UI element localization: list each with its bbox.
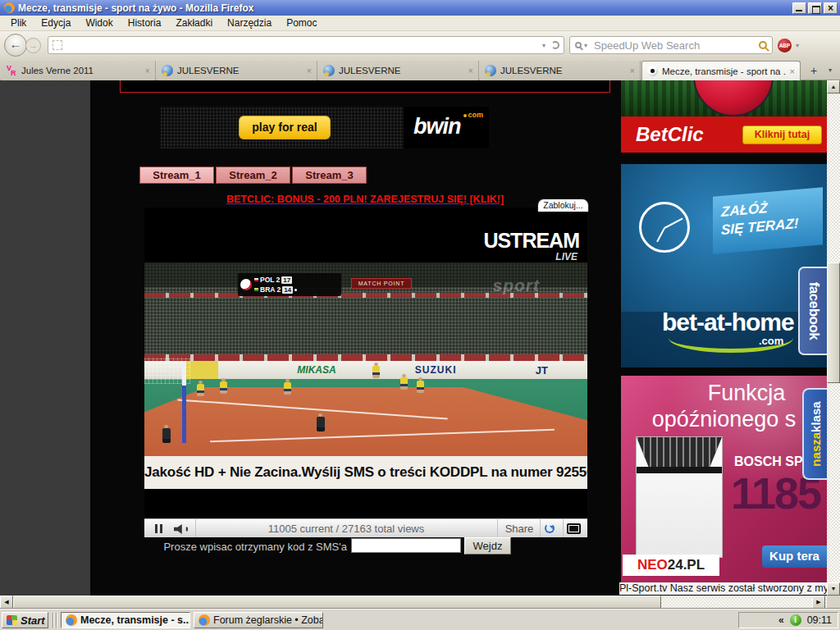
sms-submit-button[interactable]: Wejdz (464, 537, 511, 555)
tab-julesverne-3[interactable]: JULESVERNE (480, 61, 641, 80)
stream-tab-1[interactable]: Stream_1 (139, 167, 214, 184)
search-go-icon[interactable] (759, 41, 767, 49)
vertical-scrollbar[interactable] (827, 80, 840, 596)
window-titlebar: Mecze, transmisje - sport na żywo - Mozi… (0, 0, 840, 16)
menu-edycja[interactable]: Edycja (34, 16, 78, 30)
player-figure (284, 382, 291, 395)
neo24-ad[interactable]: Funkcja opóźnionego s BOSCH SPV 1185 Kup… (621, 376, 827, 582)
scroll-down-icon[interactable] (827, 582, 840, 596)
taskbar-divider (56, 613, 57, 628)
bet-at-home-tld: .com (759, 335, 783, 347)
scroll-right-icon[interactable] (812, 596, 825, 609)
menu-narzedzia[interactable]: Narzędzia (220, 16, 279, 30)
facebook-side-tab[interactable]: facebook (798, 267, 827, 355)
horizontal-scroll-thumb[interactable] (13, 596, 661, 609)
new-tab-button[interactable] (805, 63, 823, 79)
net-pole (182, 361, 186, 443)
back-button[interactable] (4, 34, 27, 57)
bet-at-home-ad[interactable]: ZAŁÓŻ SIĘ TERAZ! bet-at-home .com (621, 164, 827, 368)
tab-close-icon[interactable] (145, 66, 150, 75)
menu-widok[interactable]: Widok (78, 16, 120, 30)
horizontal-scrollbar[interactable] (0, 596, 840, 609)
stream-tab-2[interactable]: Stream_2 (216, 167, 290, 184)
score-overlay: POL 2 17 BRA 2 14 (238, 273, 341, 296)
search-engine-dropdown-icon[interactable] (582, 42, 590, 49)
volleyball-court (144, 387, 587, 456)
globe-favicon-icon (323, 65, 335, 76)
menu-historia[interactable]: Historia (121, 16, 169, 30)
share-button[interactable]: Share (500, 523, 538, 535)
betclic-ad[interactable]: BetClic Kliknij tutaj (621, 80, 827, 153)
page-left-margin (0, 80, 90, 596)
menu-zakladki[interactable]: Zakładki (168, 16, 220, 30)
bet-at-home-cta: ZAŁÓŻ SIĘ TERAZ! (713, 187, 823, 254)
scroll-left-icon[interactable] (0, 596, 13, 609)
block-flash-button[interactable]: Zablokuj... (537, 199, 589, 212)
tray-expand-icon[interactable] (778, 614, 784, 626)
restore-button[interactable] (808, 2, 822, 14)
divider (195, 519, 196, 537)
horizontal-scroll-track[interactable] (0, 596, 827, 609)
pause-icon[interactable] (155, 524, 158, 533)
sms-code-input[interactable] (351, 538, 461, 553)
search-input[interactable] (590, 39, 759, 52)
menu-plik[interactable]: Plik (3, 16, 34, 30)
sms-code-label: Prosze wpisac otrzymany kod z SMS'a (131, 541, 347, 553)
bwin-ad-banner[interactable]: play for real bwin com (161, 107, 489, 148)
match-point-badge: MATCH POINT (351, 278, 412, 289)
tab-mecze-transmisje[interactable]: Mecze, transmisje - sport na ... (641, 61, 801, 80)
close-button[interactable] (824, 2, 838, 14)
scroll-up-icon[interactable] (827, 80, 840, 94)
video-player: USTREAM LIVE POL 2 17 (144, 208, 587, 537)
score-row-bra: BRA 2 14 (254, 285, 339, 294)
bwin-cta-button[interactable]: play for real (239, 116, 331, 139)
broadcaster-watermark: sport (493, 276, 541, 295)
list-all-tabs-icon[interactable] (829, 66, 832, 74)
menu-pomoc[interactable]: Pomoc (279, 16, 324, 30)
scrollbar-corner (827, 596, 840, 609)
referee-figure (317, 417, 325, 431)
forward-button[interactable] (25, 38, 41, 53)
taskbar-item-forum[interactable]: Forum żeglarskie • Zobac... (194, 612, 323, 628)
home-button[interactable] (810, 38, 829, 52)
tab-julesverne-2[interactable]: JULESVERNE (318, 61, 479, 80)
tab-jules-verne-2011[interactable]: VR Jules Verne 2011 (1, 61, 156, 80)
tab-close-icon[interactable] (307, 66, 312, 75)
address-input[interactable] (66, 39, 540, 52)
tray-info-icon[interactable] (790, 614, 801, 626)
start-button[interactable]: Start (2, 612, 48, 628)
tab-close-icon[interactable] (468, 66, 473, 75)
search-bar[interactable] (569, 36, 773, 54)
buy-now-button[interactable]: Kup tera (762, 546, 827, 568)
fullscreen-icon[interactable] (567, 523, 581, 534)
firefox-icon (4, 2, 15, 13)
player-figure (372, 366, 380, 378)
stream-tab-3[interactable]: Stream_3 (292, 167, 367, 184)
menu-bar: Plik Edycja Widok Historia Zakładki Narz… (0, 16, 840, 31)
naszaklasa-side-tab[interactable]: naszaklasa (802, 388, 827, 480)
history-dropdown-icon[interactable] (540, 42, 548, 49)
firefox-icon (199, 614, 210, 626)
adblock-dropdown-icon[interactable] (793, 42, 801, 49)
page-content: play for real bwin com Stream_1 Stream_2… (0, 80, 840, 596)
tab-close-icon[interactable] (790, 66, 795, 76)
tab-julesverne-1[interactable]: JULESVERNE (157, 61, 317, 80)
taskbar-divider (52, 613, 54, 628)
adblock-button[interactable]: ABP (778, 36, 804, 54)
betclic-cta-button[interactable]: Kliknij tutaj (742, 126, 822, 144)
ustream-logo: USTREAM (483, 229, 579, 253)
arena-banner-band (144, 354, 587, 361)
divider (563, 519, 564, 537)
refresh-icon[interactable] (545, 523, 555, 533)
tab-strip: VR Jules Verne 2011 JULESVERNE JULESVERN… (0, 59, 840, 80)
vertical-scroll-thumb[interactable] (827, 262, 840, 383)
sms-info-banner: Jakość HD + Nie Zacina.Wyślij SMS o treś… (144, 456, 587, 489)
score-row-pol: POL 2 17 (254, 275, 339, 285)
tab-close-icon[interactable] (630, 66, 635, 75)
minimize-button[interactable] (792, 2, 806, 14)
reload-icon[interactable] (551, 41, 559, 49)
coach-figure (162, 428, 171, 443)
taskbar-item-mecze[interactable]: Mecze, transmisje - s... (61, 612, 190, 628)
address-bar[interactable] (48, 36, 564, 54)
brazil-flag-icon (254, 288, 258, 291)
